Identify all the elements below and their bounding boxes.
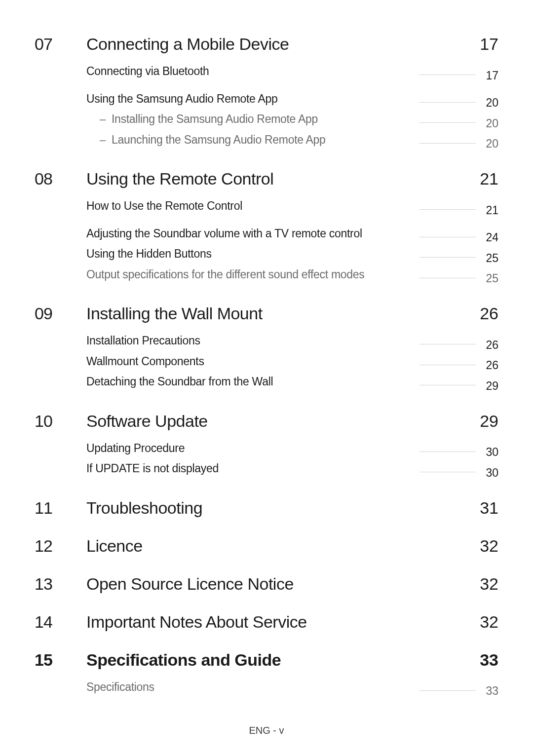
toc-entry-title: Installation Precautions — [86, 334, 200, 347]
toc-entry[interactable]: Specifications33 — [35, 680, 498, 698]
toc-section-header[interactable]: 09Installing the Wall Mount26 — [35, 304, 498, 323]
toc-leader: 20 — [415, 96, 498, 110]
toc-leader: 20 — [415, 117, 498, 130]
toc-entry-page: 20 — [481, 117, 498, 130]
toc-entry-page: 33 — [481, 684, 498, 698]
toc-entry[interactable]: Wallmount Components26 — [35, 355, 498, 373]
toc-entry-title: Updating Procedure — [86, 442, 185, 455]
toc-entry[interactable]: Using the Samsung Audio Remote App20 — [35, 92, 498, 110]
toc-entry-page: 26 — [481, 339, 498, 352]
leader-line — [419, 236, 476, 237]
toc-leader: 21 — [415, 204, 498, 217]
toc-section: 07Connecting a Mobile Device17Connecting… — [35, 35, 498, 151]
toc-entry-title: Specifications — [86, 680, 154, 694]
leader-line — [419, 451, 476, 452]
toc-entry-page: 21 — [481, 204, 498, 217]
toc-entry-title: Adjusting the Soundbar volume with a TV … — [86, 227, 362, 240]
toc-section-header[interactable]: 15Specifications and Guide33 — [35, 650, 498, 670]
toc-entry[interactable]: Adjusting the Soundbar volume with a TV … — [35, 227, 498, 245]
leader-line — [419, 209, 476, 210]
toc-leader: 20 — [415, 137, 498, 151]
toc-entry-title: How to Use the Remote Control — [86, 199, 242, 213]
toc-section-title: Open Source Licence Notice — [86, 574, 469, 594]
toc-section-title: Using the Remote Control — [86, 169, 469, 189]
toc-leader: 33 — [415, 684, 498, 698]
toc-entry-title: Detaching the Soundbar from the Wall — [86, 375, 273, 388]
toc-section-title: Licence — [86, 536, 469, 556]
toc-section: 12Licence32 — [35, 536, 498, 556]
toc-section-header[interactable]: 12Licence32 — [35, 536, 498, 556]
toc-leader: 26 — [415, 339, 498, 352]
leader-line — [419, 277, 476, 278]
toc-section-header[interactable]: 10Software Update29 — [35, 412, 498, 431]
toc-entry[interactable]: Output specifications for the different … — [35, 268, 498, 286]
leader-line — [419, 257, 476, 258]
toc-entry[interactable]: –Launching the Samsung Audio Remote App2… — [35, 133, 498, 151]
leader-line — [419, 690, 476, 691]
toc-group-gap — [35, 220, 498, 227]
toc-entry-title: Installing the Samsung Audio Remote App — [112, 113, 318, 126]
toc-section-number: 14 — [35, 612, 86, 632]
leader-line — [419, 102, 476, 103]
toc-entry-page: 29 — [481, 379, 498, 393]
toc-section-number: 08 — [35, 169, 86, 189]
toc-entry-title: Using the Hidden Buttons — [86, 247, 212, 261]
leader-line — [419, 122, 476, 123]
toc-entry-page: 17 — [481, 69, 498, 82]
toc-section-title: Connecting a Mobile Device — [86, 35, 469, 54]
toc-entry-title: Wallmount Components — [86, 355, 204, 368]
toc-entry-title: Connecting via Bluetooth — [86, 65, 209, 78]
leader-line — [419, 364, 476, 365]
toc-section-number: 07 — [35, 35, 86, 54]
toc-leader: 25 — [415, 272, 498, 285]
page-footer: ENG - v — [0, 725, 533, 736]
toc-section-number: 15 — [35, 650, 86, 670]
toc-entry[interactable]: How to Use the Remote Control21 — [35, 199, 498, 217]
toc-entry-page: 26 — [481, 359, 498, 372]
toc-section-page: 32 — [469, 574, 498, 594]
toc-entry[interactable]: Updating Procedure30 — [35, 442, 498, 459]
toc-section-page: 29 — [469, 412, 498, 431]
leader-line — [419, 143, 476, 144]
toc-leader: 30 — [415, 466, 498, 480]
toc-entry-title: If UPDATE is not displayed — [86, 462, 219, 475]
toc-section: 14Important Notes About Service32 — [35, 612, 498, 632]
toc-section-title: Specifications and Guide — [86, 650, 469, 670]
toc-leader: 29 — [415, 379, 498, 393]
toc-entry-page: 20 — [481, 137, 498, 151]
leader-line — [419, 343, 476, 344]
toc-section-header[interactable]: 08Using the Remote Control21 — [35, 169, 498, 189]
toc-section-header[interactable]: 11Troubleshooting31 — [35, 498, 498, 518]
toc-group-gap — [35, 85, 498, 92]
toc-entry[interactable]: If UPDATE is not displayed30 — [35, 462, 498, 480]
toc-section-page: 21 — [469, 169, 498, 189]
leader-line — [419, 74, 476, 75]
leader-line — [419, 471, 476, 472]
toc-section-title: Important Notes About Service — [86, 612, 469, 632]
toc-section-number: 12 — [35, 536, 86, 556]
toc-section-page: 31 — [469, 498, 498, 518]
toc-section: 15Specifications and Guide33Specificatio… — [35, 650, 498, 698]
toc-entry-page: 24 — [481, 231, 498, 244]
toc-entry-page: 20 — [481, 96, 498, 110]
toc-section: 08Using the Remote Control21How to Use t… — [35, 169, 498, 285]
toc-section: 10Software Update29Updating Procedure30I… — [35, 412, 498, 480]
toc-section: 09Installing the Wall Mount26Installatio… — [35, 304, 498, 393]
toc-entry[interactable]: –Installing the Samsung Audio Remote App… — [35, 113, 498, 130]
toc-section-header[interactable]: 14Important Notes About Service32 — [35, 612, 498, 632]
toc-section-header[interactable]: 13Open Source Licence Notice32 — [35, 574, 498, 594]
toc-entry-page: 30 — [481, 446, 498, 459]
toc-entry[interactable]: Installation Precautions26 — [35, 334, 498, 352]
toc-entry[interactable]: Using the Hidden Buttons25 — [35, 247, 498, 265]
toc-section-title: Troubleshooting — [86, 498, 469, 518]
toc-section-page: 26 — [469, 304, 498, 323]
toc-section-number: 10 — [35, 412, 86, 431]
toc-entry[interactable]: Connecting via Bluetooth17 — [35, 65, 498, 82]
toc-page: 07Connecting a Mobile Device17Connecting… — [0, 0, 533, 756]
toc-section-header[interactable]: 07Connecting a Mobile Device17 — [35, 35, 498, 54]
toc-section-page: 32 — [469, 536, 498, 556]
toc-entry-page: 30 — [481, 466, 498, 480]
toc-entry[interactable]: Detaching the Soundbar from the Wall29 — [35, 375, 498, 393]
toc-section: 11Troubleshooting31 — [35, 498, 498, 518]
toc-section-page: 32 — [469, 612, 498, 632]
